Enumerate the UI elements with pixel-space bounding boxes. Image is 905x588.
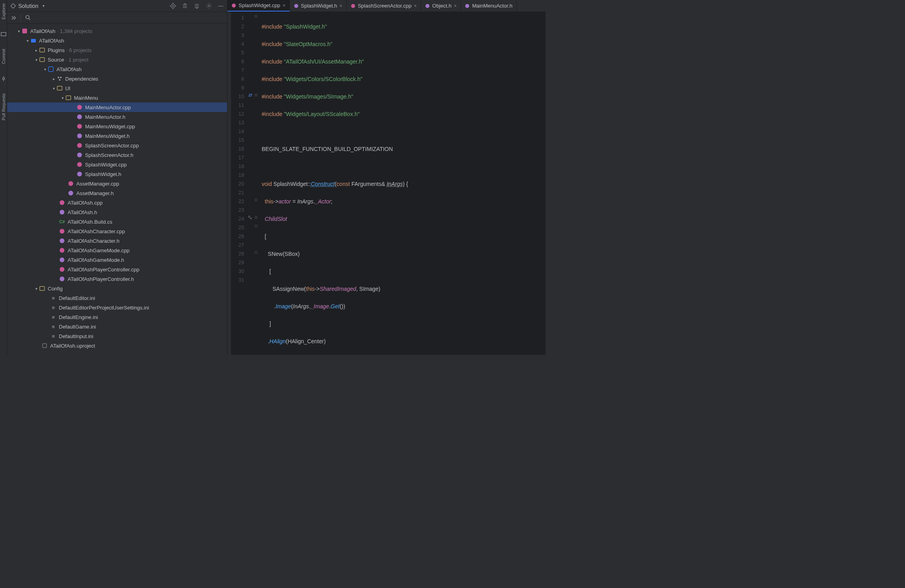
tree-file[interactable]: ATailOfAshGameMode.h [7,255,227,265]
commit-rail-icon[interactable] [1,76,6,81]
tree-label: AssetManager.cpp [76,181,119,187]
tab-object-h[interactable]: Object.h× [421,0,461,12]
cs-icon: C# [59,219,65,225]
sync-icon[interactable] [10,15,17,21]
tree-dependencies[interactable]: ▸Dependencies [7,74,227,83]
tree-label: SplashWidget.h [85,171,121,177]
tree-mainmenu-folder[interactable]: ▾MainMenu [7,93,227,103]
tree-source[interactable]: ▾Source· 1 project [7,55,227,64]
tree-file[interactable]: C#ATailOfAsh.Build.cs [7,217,227,226]
tree-plugins[interactable]: ▸Plugins· 6 projects [7,45,227,55]
solution-dropdown-icon[interactable]: ▾ [43,4,45,8]
rail-explorer[interactable]: Explorer [1,3,6,19]
tree-label: AssetManager.h [76,190,114,196]
tree-file[interactable]: ATailOfAsh.h [7,207,227,217]
tree-label: ATailOfAsh [56,66,82,72]
h-icon [59,257,65,263]
tree-label: SplashScreenActor.h [85,152,133,158]
cpp-icon [77,162,82,167]
navigate-icon[interactable]: ⇄ [249,91,252,99]
tree-file[interactable]: SplashWidget.h [7,169,227,179]
tree-root[interactable]: ▾ATailOfAsh· 1,384 projects [7,26,227,36]
tree-file[interactable]: ATailOfAsh.cpp [7,198,227,207]
svg-line-18 [29,18,30,20]
tree-label: DefaultEditor.ini [59,295,95,301]
tree-file[interactable]: MainMenuWidget.cpp [7,122,227,131]
tree-label: ATailOfAsh.h [68,209,97,215]
solution-tree[interactable]: ▾ATailOfAsh· 1,384 projects ▾ATailOfAsh … [7,24,227,355]
svg-point-39 [60,200,64,205]
search-icon[interactable] [25,15,31,21]
close-icon[interactable]: × [414,3,417,9]
deps-icon [57,76,62,81]
tree-config-folder[interactable]: ▾Config [7,284,227,293]
expand-all-icon[interactable] [182,3,188,9]
tree-file[interactable]: ATailOfAshPlayerController.h [7,274,227,284]
tree-label: ATailOfAshPlayerController.h [68,276,134,282]
tree-ui-folder[interactable]: ▾UI [7,83,227,93]
fold-column[interactable]: ⊟⊟⊡⊟⊡⊡ [254,12,258,355]
svg-point-42 [60,238,64,243]
h-icon [68,190,74,196]
solution-icon [10,3,16,9]
svg-rect-0 [1,33,6,36]
tree-file[interactable]: MainMenuWidget.h [7,131,227,141]
svg-point-32 [77,133,82,138]
locate-icon[interactable] [170,3,176,9]
rail-commit[interactable]: Commit [1,49,6,64]
tab-splashwidget-cpp[interactable]: SplashWidget.cpp× [227,0,290,12]
tab-label: MainMenuActor.h [472,3,512,9]
tree-file[interactable]: SplashScreenActor.cpp [7,141,227,150]
tree-label: SplashScreenActor.cpp [85,143,139,149]
code-editor[interactable]: #include "SplashWidget.h" #include "Slat… [258,12,546,355]
breakpoint-strip[interactable] [227,12,231,355]
svg-rect-22 [40,58,45,62]
cpp-icon [77,104,82,110]
tree-file[interactable]: SplashScreenActor.h [7,150,227,160]
cpp-icon [59,248,65,253]
cpp-icon [77,143,82,148]
tree-file[interactable]: ATailOfAshGameMode.cpp [7,246,227,255]
svg-point-33 [77,143,82,148]
rail-pull-requests[interactable]: Pull Requests [1,93,6,120]
tree-file[interactable]: AssetManager.h [7,188,227,198]
minimize-icon[interactable]: — [218,3,224,9]
svg-point-37 [68,181,73,186]
tree-file[interactable]: ≡DefaultEngine.ini [7,312,227,322]
close-icon[interactable]: × [454,3,456,9]
tree-atoa-module[interactable]: ▾ATailOfAsh [7,64,227,74]
collapse-all-icon[interactable] [194,3,200,9]
module-icon [48,66,54,72]
folder-rail-icon[interactable] [1,31,6,37]
tree-file[interactable]: ATailOfAsh.uproject [7,341,227,350]
svg-point-16 [208,5,210,7]
tab-mainmenuactor-h[interactable]: MainMenuActor.h [461,0,517,12]
tree-file[interactable]: ≡DefaultEditorPerProjectUserSettings.ini [7,303,227,312]
tab-splashwidget-h[interactable]: SplashWidget.h× [290,0,347,12]
editor-body[interactable]: 1234567891011121314151617181920212223242… [227,12,546,355]
tree-file[interactable]: SplashWidget.cpp [7,160,227,169]
svg-rect-20 [31,39,36,43]
tab-splashscreenactor-cpp[interactable]: SplashScreenActor.cpp× [347,0,421,12]
svg-point-5 [173,5,174,6]
close-icon[interactable]: × [283,3,285,8]
tree-file-mainmenuactor-cpp[interactable]: MainMenuActor.cpp [7,103,227,112]
tree-file[interactable]: ≡DefaultEditor.ini [7,293,227,303]
settings-icon[interactable] [206,3,212,9]
tree-file[interactable]: ≡DefaultInput.ini [7,331,227,341]
tree-file[interactable]: ATailOfAshCharacter.cpp [7,226,227,236]
override-icon[interactable]: ᴼₒ [248,213,252,222]
folder-icon [39,286,45,291]
close-icon[interactable]: × [340,3,342,9]
tree-file[interactable]: ATailOfAshPlayerController.cpp [7,265,227,274]
folder-icon [66,95,71,100]
tree-file[interactable]: ≡DefaultGame.ini [7,322,227,331]
svg-point-52 [425,4,429,8]
tree-file[interactable]: MainMenuActor.h [7,112,227,122]
cpp-icon [59,228,65,234]
tree-label: ATailOfAshGameMode.h [68,257,124,263]
tree-file[interactable]: AssetManager.cpp [7,179,227,188]
tree-file[interactable]: ATailOfAshCharacter.h [7,236,227,246]
svg-point-34 [77,153,82,157]
tree-project[interactable]: ▾ATailOfAsh [7,36,227,45]
